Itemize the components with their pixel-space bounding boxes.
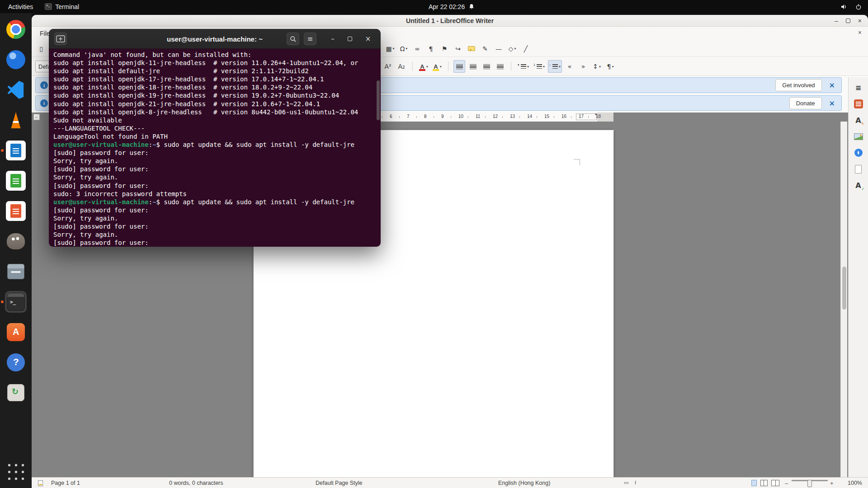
align-left-icon[interactable]	[453, 60, 465, 73]
utility-icon	[7, 384, 24, 401]
font-color-icon[interactable]: A▾	[418, 60, 429, 73]
maximize-button[interactable]	[846, 19, 850, 23]
insert-comment-icon[interactable]	[466, 42, 477, 55]
menu-button[interactable]: ≡	[304, 33, 316, 45]
terminal-output[interactable]: Command 'java' not found, but can be ins…	[49, 49, 381, 247]
subscript-icon[interactable]: A₂	[396, 60, 407, 73]
terminal-scrollbar-thumb[interactable]	[377, 80, 380, 120]
gimp-dock-item[interactable]	[5, 230, 27, 252]
insert-horizontal-line-icon: —	[495, 45, 502, 52]
zoom-slider-thumb[interactable]	[807, 480, 812, 487]
selection-mode-icon[interactable]: I	[635, 480, 636, 486]
terminal-line: LanguageTool not found in PATH	[53, 132, 376, 141]
ubuntu-software-dock-item[interactable]	[5, 321, 27, 343]
gallery-deck-tab[interactable]	[852, 130, 865, 143]
clock-menu[interactable]: Apr 22 02:26	[429, 0, 474, 13]
text-language[interactable]: English (Hong Kong)	[498, 480, 550, 486]
multi-page-view-icon[interactable]	[760, 480, 768, 486]
properties-deck-tab-icon	[854, 99, 863, 108]
insert-hyperlink-icon[interactable]: ∞	[411, 42, 423, 55]
paragraph-spacing-icon[interactable]: ¶▾	[604, 60, 616, 73]
infobar-close-icon[interactable]: ×	[827, 99, 837, 108]
chrome-dock-item[interactable]	[5, 19, 27, 40]
show-apps-dock-item[interactable]	[5, 461, 27, 483]
terminal-line: Command 'java' not found, but can be ins…	[53, 51, 376, 59]
decrease-indent-icon[interactable]: «	[564, 60, 576, 73]
minimize-button[interactable]: –	[835, 18, 838, 24]
book-view-icon[interactable]	[771, 480, 779, 486]
document-status-icon[interactable]	[38, 480, 43, 486]
new-tab-button[interactable]	[54, 33, 67, 45]
insert-bookmark-icon: ⚑	[442, 45, 448, 52]
align-right-icon[interactable]	[481, 60, 492, 73]
highlight-color-icon[interactable]: A▾	[431, 60, 443, 73]
terminal-maximize-button[interactable]	[344, 33, 356, 45]
writer-title-bar[interactable]: Untitled 1 - LibreOffice Writer – ×	[32, 15, 868, 27]
lo-writer-dock-item[interactable]	[5, 140, 27, 161]
insert-special-character-icon[interactable]: Ω▾	[398, 42, 410, 55]
justify-icon[interactable]	[494, 60, 506, 73]
numbered-list-icon[interactable]: ▾	[532, 60, 546, 73]
tab-stop-selector[interactable]: ⌐	[33, 114, 40, 120]
lo-calc-dock-item[interactable]	[5, 170, 27, 192]
line-spacing-icon[interactable]: ↕▾	[591, 60, 603, 73]
vlc-dock-item[interactable]	[5, 109, 27, 131]
page-style[interactable]: Default Page Style	[316, 480, 363, 486]
sidebar-settings-button[interactable]: ≡	[852, 81, 865, 94]
bullet-list-icon[interactable]: ▾	[516, 60, 530, 73]
style-inspector-tab[interactable]: A	[852, 178, 865, 192]
window-title: Untitled 1 - LibreOffice Writer	[406, 17, 494, 24]
single-page-view-icon[interactable]	[751, 480, 757, 486]
word-count[interactable]: 0 words, 0 characters	[169, 480, 223, 486]
search-button[interactable]	[287, 33, 299, 45]
insert-table-icon[interactable]: ▦▾	[384, 42, 396, 55]
track-changes-icon[interactable]: ✎	[479, 42, 491, 55]
close-document-icon[interactable]: ×	[858, 29, 862, 36]
terminal-minimize-button[interactable]: –	[326, 33, 339, 45]
focused-app-menu[interactable]: Terminal	[45, 3, 79, 10]
get-involved-button[interactable]: Get involved	[775, 79, 821, 91]
terminal-close-button[interactable]: ×	[362, 33, 374, 45]
lo-impress-dock-item[interactable]	[5, 200, 27, 222]
vertical-scrollbar[interactable]	[840, 122, 847, 477]
basic-shapes-icon[interactable]: ◇▾	[506, 42, 518, 55]
navigator-deck-tab-icon	[854, 149, 863, 157]
activities-button[interactable]: Activities	[8, 3, 33, 10]
scrollbar-thumb[interactable]	[842, 267, 846, 310]
new-document-icon[interactable]: ▯	[35, 42, 47, 55]
increase-indent-icon[interactable]: »	[577, 60, 589, 73]
outline-list-icon[interactable]: ▾	[548, 60, 562, 73]
superscript-icon[interactable]: A²	[382, 60, 394, 73]
zoom-level[interactable]: 100%	[848, 480, 862, 486]
navigator-deck-tab[interactable]	[852, 146, 865, 160]
insert-mode-icon[interactable]: ▭	[624, 480, 628, 486]
insert-bookmark-icon[interactable]: ⚑	[439, 42, 450, 55]
files-dock-item[interactable]	[5, 261, 27, 282]
insert-horizontal-line-icon[interactable]: —	[493, 42, 505, 55]
properties-deck-tab[interactable]	[852, 97, 865, 111]
terminal-header-bar[interactable]: user@user-virtual-machine: ~ ≡ – ×	[49, 29, 381, 49]
ruler-number: 10	[458, 114, 463, 119]
insert-cross-reference-icon[interactable]: ↪	[452, 42, 464, 55]
close-button[interactable]: ×	[858, 18, 862, 24]
donate-button[interactable]: Donate	[789, 97, 822, 109]
vscode-dock-item[interactable]	[5, 79, 27, 101]
utility-dock-item[interactable]	[5, 382, 27, 404]
zoom-out-button[interactable]: –	[785, 480, 788, 487]
page-deck-tab[interactable]	[852, 162, 865, 176]
hamburger-icon: ≡	[307, 36, 313, 42]
help-icon	[7, 353, 25, 371]
styles-deck-tab[interactable]: A	[852, 113, 865, 127]
page-count[interactable]: Page 1 of 1	[51, 480, 80, 486]
show-draw-functions-icon[interactable]: ╱	[520, 42, 532, 55]
system-indicators[interactable]	[840, 0, 862, 13]
decrease-indent-icon: «	[568, 63, 572, 70]
help-dock-item[interactable]	[5, 352, 27, 373]
terminal-dock-item[interactable]	[5, 291, 27, 313]
infobar-close-icon[interactable]: ×	[827, 81, 837, 89]
terminal-line: Sorry, try again.	[53, 173, 376, 181]
zoom-in-button[interactable]: +	[830, 480, 834, 487]
insert-footnote-icon[interactable]: ¶	[425, 42, 437, 55]
align-center-icon[interactable]	[467, 60, 479, 73]
blue-browser-dock-item[interactable]	[5, 49, 27, 70]
